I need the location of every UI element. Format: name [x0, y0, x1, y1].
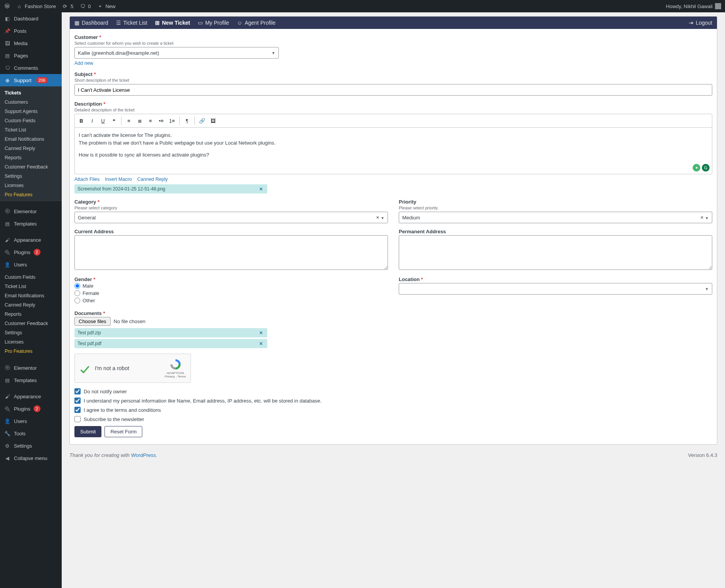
menu-pages[interactable]: ▤Pages: [0, 49, 62, 62]
number-list-button[interactable]: 1≡: [167, 116, 177, 126]
attachment-name: Screenshot from 2024-01-25 12-51-48.png: [78, 186, 165, 192]
menu-support[interactable]: ⊕Support206: [0, 74, 62, 86]
dup-settings[interactable]: Settings: [0, 328, 62, 337]
image-button[interactable]: 🖼: [208, 116, 218, 126]
quote-button[interactable]: ❝: [109, 116, 119, 126]
account-link[interactable]: Howdy, Nikhil Gawali: [666, 3, 721, 9]
tab-agent-profile[interactable]: ☺Agent Profile: [237, 20, 275, 26]
plus-square-icon: ⊞: [155, 20, 160, 26]
menu-posts[interactable]: 📌Posts: [0, 25, 62, 37]
dup-licenses[interactable]: Licenses: [0, 337, 62, 347]
submenu-licenses[interactable]: Licenses: [0, 181, 62, 190]
description-hint: Detailed description of the ticket: [74, 108, 712, 112]
underline-button[interactable]: U: [98, 116, 108, 126]
menu-users[interactable]: 👤Users: [0, 258, 62, 271]
dup-custom-fields[interactable]: Custom Fields: [0, 273, 62, 282]
notify-owner-checkbox[interactable]: [74, 388, 81, 394]
menu-appearance-2[interactable]: 🖌Appearance: [0, 390, 62, 403]
submit-button[interactable]: Submit: [74, 426, 101, 437]
bold-button[interactable]: B: [76, 116, 86, 126]
tab-ticket-list[interactable]: ☰Ticket List: [116, 20, 148, 26]
gender-male-radio[interactable]: [74, 283, 80, 289]
tab-new-ticket[interactable]: ⊞New Ticket: [155, 20, 190, 26]
recaptcha-widget[interactable]: I'm not a robot reCAPTCHA Privacy - Term…: [74, 354, 191, 383]
current-address-textarea[interactable]: [74, 235, 388, 270]
align-center-button[interactable]: ≣: [135, 116, 145, 126]
wp-logo[interactable]: Ⓦ: [4, 3, 10, 9]
permanent-address-textarea[interactable]: [399, 235, 712, 270]
menu-plugins-2[interactable]: 🔌Plugins2: [0, 403, 62, 415]
menu-templates[interactable]: ▤Templates: [0, 217, 62, 230]
submenu-email-notifications[interactable]: Email Notifications: [0, 135, 62, 144]
dup-reports[interactable]: Reports: [0, 310, 62, 319]
bullet-list-button[interactable]: •≡: [156, 116, 166, 126]
insert-macro-link[interactable]: Insert Macro: [105, 177, 132, 182]
priority-select[interactable]: Medium × ▼: [399, 212, 712, 223]
new-link[interactable]: ＋New: [97, 3, 115, 9]
dup-email-notifications[interactable]: Email Notifications: [0, 291, 62, 300]
remove-document-button[interactable]: ×: [258, 341, 264, 346]
collapse-menu[interactable]: ◀Collapse menu: [0, 452, 62, 464]
customer-select[interactable]: Kallie (greenholt.dina@example.net) ▼: [74, 47, 279, 59]
terms-checkbox[interactable]: [74, 407, 81, 413]
submenu-pro-features[interactable]: Pro Features: [0, 190, 62, 199]
paragraph-button[interactable]: ¶: [182, 116, 192, 126]
grammarly-icon[interactable]: ✦: [693, 164, 700, 172]
submenu-custom-fields[interactable]: Custom Fields: [0, 116, 62, 125]
tab-dashboard[interactable]: ▦Dashboard: [74, 20, 108, 26]
reset-form-button[interactable]: Reset Form: [105, 426, 142, 437]
dup-ticket-list[interactable]: Ticket List: [0, 282, 62, 291]
menu-elementor[interactable]: ⓔElementor: [0, 205, 62, 217]
chevron-down-icon: ▼: [381, 216, 384, 220]
menu-comments[interactable]: 🗨Comments: [0, 62, 62, 74]
newsletter-checkbox[interactable]: [74, 416, 81, 422]
dup-canned-reply[interactable]: Canned Reply: [0, 300, 62, 310]
menu-tools[interactable]: 🔧Tools: [0, 427, 62, 440]
canned-reply-link[interactable]: Canned Reply: [137, 177, 168, 182]
desc-line: The problem is that we don't have a Publ…: [79, 139, 708, 147]
remove-attachment-button[interactable]: ×: [258, 186, 264, 192]
italic-button[interactable]: I: [87, 116, 97, 126]
menu-plugins[interactable]: 🔌Plugins2: [0, 246, 62, 258]
menu-appearance[interactable]: 🖌Appearance: [0, 234, 62, 246]
wordpress-link[interactable]: WordPress: [131, 452, 156, 458]
menu-dashboard[interactable]: ◧Dashboard: [0, 12, 62, 25]
gender-female-radio[interactable]: [74, 290, 80, 296]
submenu-tickets[interactable]: Tickets: [0, 88, 62, 98]
align-left-button[interactable]: ≡: [124, 116, 134, 126]
submenu-ticket-list[interactable]: Ticket List: [0, 125, 62, 135]
description-textarea[interactable]: I can't activate the license for The plu…: [75, 128, 712, 174]
submenu-settings[interactable]: Settings: [0, 172, 62, 181]
submenu-customers[interactable]: Customers: [0, 98, 62, 107]
plugin-icon: 🔌: [4, 405, 11, 412]
menu-users-2[interactable]: 👤Users: [0, 415, 62, 427]
menu-elementor-2[interactable]: ⓔElementor: [0, 362, 62, 374]
comments-link[interactable]: 🗨0: [79, 3, 91, 9]
category-select[interactable]: General × ▼: [74, 212, 388, 223]
dup-customer-feedback[interactable]: Customer Feedback: [0, 319, 62, 328]
updates-link[interactable]: ⟳5: [62, 3, 73, 9]
attach-files-link[interactable]: Attach Files: [74, 177, 99, 182]
site-name-link[interactable]: ⌂Fashion Store: [16, 3, 56, 9]
subject-input[interactable]: [74, 84, 712, 96]
menu-media[interactable]: 🖼Media: [0, 37, 62, 49]
choose-files-button[interactable]: Choose files: [74, 317, 111, 326]
tab-logout[interactable]: ⇥Logout: [689, 20, 712, 26]
consent-checkbox[interactable]: [74, 398, 81, 404]
attachment-chip: Screenshot from 2024-01-25 12-51-48.png …: [74, 184, 267, 194]
menu-templates-2[interactable]: ▤Templates: [0, 374, 62, 386]
location-select[interactable]: ▼: [399, 283, 712, 295]
submenu-customer-feedback[interactable]: Customer Feedback: [0, 162, 62, 172]
submenu-canned-reply[interactable]: Canned Reply: [0, 144, 62, 153]
align-right-button[interactable]: ≡: [145, 116, 155, 126]
tab-my-profile[interactable]: ▭My Profile: [198, 20, 229, 26]
dup-pro-features[interactable]: Pro Features: [0, 347, 62, 356]
gender-other-radio[interactable]: [74, 298, 80, 303]
remove-document-button[interactable]: ×: [258, 330, 264, 335]
grammarly-generate-icon[interactable]: G: [702, 164, 710, 172]
submenu-reports[interactable]: Reports: [0, 153, 62, 162]
submenu-support-agents[interactable]: Support Agents: [0, 107, 62, 116]
link-button[interactable]: 🔗: [197, 116, 207, 126]
menu-settings[interactable]: ⚙Settings: [0, 440, 62, 452]
add-new-customer-link[interactable]: Add new: [74, 61, 93, 66]
